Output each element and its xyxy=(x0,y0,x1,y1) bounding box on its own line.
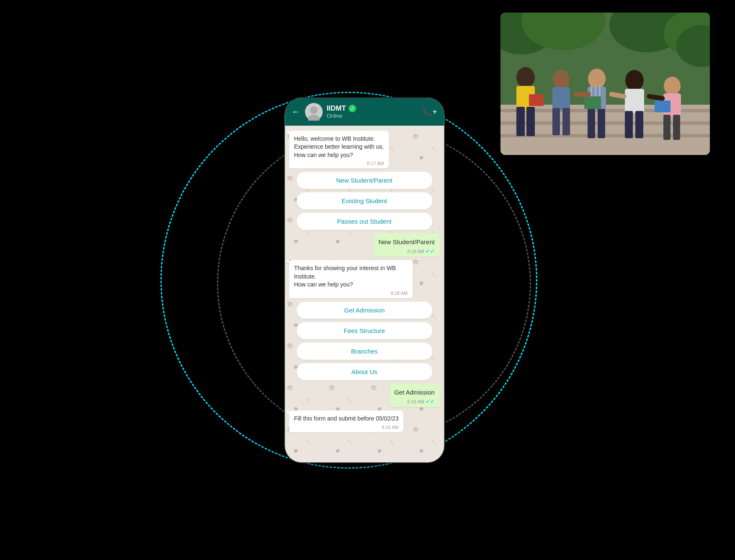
message-text-2: Thanks for showing your interest in WB I… xyxy=(294,264,407,289)
contact-info: IIDMT ✓ Online xyxy=(327,104,418,119)
back-button[interactable]: ← xyxy=(291,106,301,117)
svg-rect-34 xyxy=(673,115,680,140)
contact-status: Online xyxy=(327,113,418,119)
svg-rect-14 xyxy=(529,94,544,106)
whatsapp-header: ← IIDMT ✓ Online 📞+ xyxy=(285,98,444,126)
message-text-3: Fill this form and submit before 05/02/2… xyxy=(294,415,399,423)
svg-rect-29 xyxy=(625,111,633,138)
svg-rect-18 xyxy=(562,108,570,135)
message-sent-1: New Student/Parent 8:18 AM ✔✔ xyxy=(374,233,440,257)
scene: ← IIDMT ✓ Online 📞+ xyxy=(0,0,735,560)
svg-point-10 xyxy=(516,67,535,88)
sent-time: 8:18 AM ✔✔ xyxy=(379,248,435,254)
chat-area: Hello, welcome to WB Institute.Experienc… xyxy=(285,126,444,462)
sent-text-2: Get Admission xyxy=(394,388,435,397)
svg-line-37 xyxy=(611,94,624,96)
phone-mockup: ← IIDMT ✓ Online 📞+ xyxy=(285,98,444,462)
svg-rect-26 xyxy=(584,96,601,109)
svg-point-27 xyxy=(625,70,644,91)
contact-avatar xyxy=(305,103,322,121)
svg-rect-24 xyxy=(588,109,595,138)
message-time-2: 8:18 AM xyxy=(294,291,407,296)
option-branches[interactable]: Branches xyxy=(297,343,432,360)
video-call-button[interactable]: 📞+ xyxy=(422,107,437,117)
message-time-3: 8:18 AM xyxy=(294,425,399,430)
option-existing-student[interactable]: Existing Student xyxy=(297,192,432,209)
svg-rect-17 xyxy=(552,108,560,135)
option-get-admission[interactable]: Get Admission xyxy=(297,302,432,319)
message-received-1: Hello, welcome to WB Institute.Experienc… xyxy=(289,131,389,169)
message-received-3: Fill this form and submit before 05/02/2… xyxy=(289,410,404,432)
message-time: 8:17 AM xyxy=(294,161,384,166)
message-received-2: Thanks for showing your interest in WB I… xyxy=(289,260,413,298)
svg-rect-25 xyxy=(598,109,605,138)
svg-point-40 xyxy=(310,106,317,114)
contact-name: IIDMT ✓ xyxy=(327,104,418,113)
verified-badge: ✓ xyxy=(348,105,356,112)
message-text: Hello, welcome to WB Institute.Experienc… xyxy=(294,135,384,160)
double-tick-icon: ✔✔ xyxy=(426,248,435,254)
svg-rect-13 xyxy=(526,107,535,136)
option-passed-out-student[interactable]: Passes out Student xyxy=(297,213,432,230)
message-sent-2: Get Admission 8:19 AM ✔✔ xyxy=(389,384,440,407)
svg-line-38 xyxy=(649,96,663,98)
svg-point-15 xyxy=(553,70,570,89)
student-photo xyxy=(500,13,710,155)
double-tick-icon-2: ✔✔ xyxy=(426,398,435,405)
option-about-us[interactable]: About Us xyxy=(297,363,432,380)
svg-rect-30 xyxy=(635,111,643,138)
svg-point-19 xyxy=(588,69,606,89)
phone-container: ← IIDMT ✓ Online 📞+ xyxy=(285,98,444,462)
svg-rect-12 xyxy=(516,107,525,136)
svg-rect-16 xyxy=(552,87,570,110)
svg-point-31 xyxy=(664,77,681,95)
svg-rect-28 xyxy=(625,89,644,113)
svg-rect-33 xyxy=(663,115,671,140)
option-fees-structure[interactable]: Fees Structure xyxy=(297,322,432,339)
option-new-student[interactable]: New Student/Parent xyxy=(297,172,432,189)
sent-text: New Student/Parent xyxy=(379,237,435,246)
svg-rect-35 xyxy=(655,101,671,112)
sent-time-2: 8:19 AM ✔✔ xyxy=(394,398,435,405)
